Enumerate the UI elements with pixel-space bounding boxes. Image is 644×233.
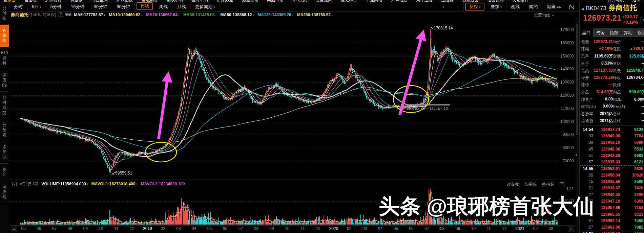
scrollbar-handle[interactable] (576, 24, 578, 135)
back-icon[interactable]: ◀ (581, 7, 584, 11)
tick-volume: 10620 (628, 173, 643, 178)
chart-tool-button[interactable]: 隐藏▶▶ (542, 2, 566, 11)
top-menu-item[interactable]: 沪深港通 (217, 0, 233, 2)
period-button[interactable]: 日线 (137, 2, 153, 10)
tick-volume: 6688 (628, 140, 643, 145)
arrow-down-icon: ↓ (292, 13, 294, 17)
top-menu-item[interactable]: 热点追击 (462, 0, 478, 2)
quote-cell: 最低125840.73 (613, 68, 644, 74)
collapse-panel-icon[interactable]: ◂ (575, 153, 577, 156)
top-menu-item[interactable]: 金融期货 (142, 0, 158, 2)
top-menu-item[interactable]: 自选股 (24, 0, 37, 2)
mavol1-text: MAVOL1:16273018.400 (91, 182, 136, 186)
top-menu-item[interactable]: 盯盘监测 (91, 0, 108, 2)
top-menu-item[interactable]: 选股器 (441, 0, 453, 2)
chart-tool-button[interactable]: － (450, 2, 464, 11)
quote-label: 最低 (613, 68, 625, 74)
scroll-left-button[interactable]: « (11, 227, 17, 232)
period-button[interactable]: 5日▾ (27, 2, 46, 11)
period-button[interactable]: 更多周期▾ (190, 2, 220, 11)
close-icon[interactable]: × (560, 182, 564, 187)
period-button[interactable]: 周线 (154, 2, 172, 11)
help-icon[interactable]: ? (12, 182, 17, 186)
tab-资金[interactable]: 资金 (594, 28, 607, 37)
section-divider (580, 125, 644, 125)
chart-tool-button[interactable]: ＋ (437, 2, 450, 11)
top-menu-item[interactable]: 优化推荐 (512, 0, 528, 2)
add-to-watchlist-button[interactable]: ＋ (641, 17, 644, 22)
top-menu-item[interactable]: 沪深指数 (117, 0, 133, 2)
period-button[interactable]: 60分钟 (112, 2, 135, 11)
tab-板块[interactable]: 板块 (635, 28, 644, 37)
top-menu-item[interactable]: 全景图 (3, 0, 16, 2)
chart-tool-button[interactable]: 画线 (506, 2, 524, 11)
indicator-button[interactable]: 加指标 (524, 182, 537, 187)
chart-tool-button[interactable]: 简约 (524, 2, 542, 11)
fullscreen-icon[interactable] (569, 5, 574, 9)
arrow-down-left-icon: ↙ (112, 171, 115, 176)
change-value: +239.17 (622, 14, 638, 20)
period-button[interactable]: 30分钟 (89, 2, 112, 11)
top-menu-item[interactable]: 退出 (632, 0, 641, 2)
chart-tool-button[interactable]: 复权▾ (465, 3, 484, 10)
tab-异动[interactable]: 异动 (621, 28, 635, 37)
sidebar-item[interactable]: 分时成交 (0, 92, 9, 119)
tick-price: 126956.04 (593, 173, 628, 178)
month-axis-label: 2019 (140, 226, 155, 231)
panel-scrollbar[interactable] (576, 18, 579, 233)
top-menu-item[interactable]: 信披长廊 (487, 0, 503, 2)
chart-header: 券商信托 (日线, 前复权) ? MA MA5:127782.87↓MA10:1… (11, 12, 533, 18)
period-button[interactable]: 分时 (9, 2, 27, 11)
period-button[interactable]: 15分钟 (66, 2, 89, 11)
range-marker-label: 110783.80—112157.12 (406, 106, 448, 111)
sidebar-item[interactable]: 深度F9 (0, 69, 9, 92)
tab-指数[interactable]: 指数 (607, 28, 621, 37)
tick-trade-list[interactable]: 14:54126917.748134:33126949.087764:39126… (580, 126, 644, 233)
quote-cell: 涨跌▲239.17 (613, 46, 644, 52)
indicator-button[interactable]: 换指标 (542, 182, 554, 187)
top-menu-item[interactable]: 资金流向 (316, 0, 332, 2)
top-menu-item[interactable]: 万得指数 (391, 0, 407, 2)
sidebar-item[interactable]: 分价表 (0, 119, 9, 141)
quote-value: — (625, 118, 644, 124)
sidebar-item[interactable]: K线图 (0, 25, 9, 47)
sidebar-item-line: 成 (2, 105, 6, 110)
sidebar-item[interactable]: F10资料 (0, 47, 9, 69)
tick-price: 126936.07 (593, 186, 628, 190)
scroll-right-button[interactable]: » (568, 227, 574, 232)
month-axis-label: 10 (94, 226, 108, 231)
quote-value: 514.80万 (595, 89, 613, 95)
kline-chart-canvas[interactable] (9, 18, 559, 225)
indicator-button[interactable]: 改参数 (507, 182, 519, 187)
top-menu-item[interactable]: 100决策 (292, 0, 307, 2)
chart-tool-button[interactable]: 叠加▾ (486, 2, 507, 11)
tab-盘口[interactable]: 盘口 (580, 28, 594, 37)
top-menu-item[interactable]: 条件选股 (416, 0, 432, 2)
sidebar-item[interactable]: 龙虎榜 (0, 181, 9, 203)
tick-volume: 7158 (628, 205, 643, 210)
top-menu-item[interactable]: 量化私行 (341, 0, 357, 2)
tick-time: :27 (580, 192, 593, 197)
sidebar-item[interactable]: 分时图 (0, 2, 9, 25)
top-menu-item[interactable]: 全球市场 (192, 0, 208, 2)
sidebar-item[interactable]: 资金 (0, 164, 9, 181)
top-menu-item[interactable]: 美股市场 (267, 0, 283, 2)
tick-price: 126967.17 (593, 232, 628, 233)
top-menu-item[interactable]: 打开导航 (607, 0, 624, 2)
top-menu-item[interactable]: 沪深排行 (45, 0, 62, 2)
mavol2-value: MAVOL2:18234820.100↓ (141, 182, 187, 186)
top-menu-item[interactable]: 港股市场 (242, 0, 258, 2)
period-button[interactable]: 月线 (172, 2, 190, 11)
sidebar-item-line: 分 (2, 95, 6, 100)
sidebar-item[interactable]: 多周期 (0, 141, 9, 164)
top-menu-item[interactable]: 期权市场 (167, 0, 183, 2)
top-menu-item[interactable]: 科创板 (70, 0, 83, 2)
help-icon[interactable]: ? (59, 13, 63, 17)
period-button[interactable]: 5分钟 (46, 2, 66, 11)
top-menu-item[interactable]: 个股网站 (366, 0, 382, 2)
sidebar-item-line: 龙 (2, 184, 6, 189)
period-button-label: 周线 (159, 4, 168, 9)
tick-price: 126965.55 (593, 212, 628, 217)
month-axis-label: 10 (466, 226, 481, 231)
ma-settings-button[interactable]: 设置均线 ▾ (534, 13, 554, 18)
